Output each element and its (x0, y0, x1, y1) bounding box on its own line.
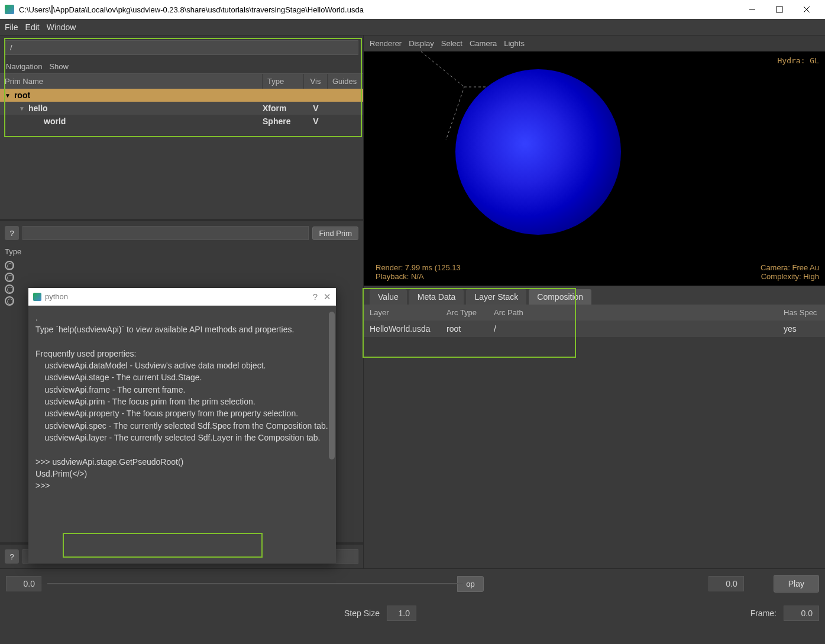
minimize-button[interactable] (739, 0, 766, 19)
svg-line-8 (399, 51, 464, 87)
play-button[interactable]: Play (774, 575, 819, 593)
python-close-button[interactable]: ✕ (323, 292, 331, 302)
menu-window[interactable]: Window (47, 22, 76, 32)
vp-overlay-renderer: Hydra: GL (778, 56, 819, 65)
property-tabs: Value Meta Data Layer Stack Composition (364, 286, 825, 305)
python-window[interactable]: python ? ✕ . Type `help(usdviewApi)` to … (28, 288, 336, 564)
vp-overlay-stats: Render: 7.99 ms (125.13 Playback: N/A (376, 263, 461, 281)
target-icon[interactable] (5, 284, 14, 294)
python-scrollbar[interactable] (329, 312, 335, 459)
tree-row-hello[interactable]: ▼hello Xform V (0, 102, 363, 115)
tree-row-root[interactable]: ▼root (0, 89, 363, 102)
target-icon[interactable] (5, 296, 14, 306)
viewport-3d[interactable]: Hydra: GL Render: 7.99 ms (125.13 Playba… (364, 51, 825, 286)
help-button-2[interactable]: ? (5, 549, 19, 564)
help-button[interactable]: ? (5, 226, 19, 240)
tab-metadata[interactable]: Meta Data (409, 289, 464, 305)
composition-header: Layer Arc Type Arc Path Has Spec (364, 305, 825, 321)
timeline-bar: 0.0 op 0.0 Play Step Size 1.0 Frame: 0.0 (0, 568, 825, 644)
vp-overlay-camera: Camera: Free Au Complexity: High (761, 263, 819, 281)
frame-label: Frame: (750, 609, 777, 618)
svg-line-5 (399, 87, 464, 140)
python-icon (33, 293, 41, 301)
vp-menu-camera[interactable]: Camera (470, 39, 497, 48)
tree-header: Prim Name Type Vis Guides (0, 73, 363, 89)
menu-file[interactable]: File (5, 22, 18, 32)
menubar: File Edit Window (0, 19, 825, 35)
close-button[interactable] (793, 0, 820, 19)
vp-menu-lights[interactable]: Lights (504, 39, 525, 48)
range-start-input[interactable]: 0.0 (6, 576, 41, 591)
vp-menu-renderer[interactable]: Renderer (370, 39, 402, 48)
range-end-input[interactable]: 0.0 (708, 576, 744, 591)
col-prim-name[interactable]: Prim Name (0, 74, 263, 89)
timeline-slider[interactable] (47, 583, 463, 584)
nav-navigation[interactable]: Navigation (6, 62, 42, 71)
expand-icon[interactable]: ▼ (19, 105, 25, 112)
svg-rect-1 (777, 7, 782, 12)
prim-filter-input[interactable] (22, 226, 309, 240)
target-icon[interactable] (5, 273, 14, 282)
expand-icon[interactable]: ▼ (5, 92, 11, 99)
col-vis[interactable]: Vis (304, 74, 328, 89)
python-titlebar[interactable]: python ? ✕ (28, 288, 336, 306)
type-label: Type (5, 247, 21, 256)
maximize-button[interactable] (766, 0, 793, 19)
find-prim-button[interactable]: Find Prim (312, 226, 358, 240)
python-title-text: python (45, 292, 68, 301)
tab-layerstack[interactable]: Layer Stack (466, 289, 526, 305)
menu-edit[interactable]: Edit (25, 22, 40, 32)
step-size-input[interactable]: 1.0 (387, 606, 416, 621)
col-guides[interactable]: Guides (328, 74, 363, 89)
titlebar: C:\Users\ \AppData\Local\ov\pkg\usdview-… (0, 0, 825, 19)
tab-composition[interactable]: Composition (529, 289, 591, 305)
highlight-pseudoroot (63, 533, 263, 558)
vp-menu-select[interactable]: Select (441, 39, 462, 48)
target-icon[interactable] (5, 261, 14, 270)
nav-show[interactable]: Show (49, 62, 69, 71)
python-help-button[interactable]: ? (313, 292, 318, 302)
sphere-render (455, 69, 621, 235)
tree-body: ▼root ▼hello Xform V world Sphere V (0, 89, 363, 219)
step-size-label: Step Size (344, 609, 380, 618)
python-console[interactable]: . Type `help(usdviewApi)` to view availa… (28, 306, 336, 564)
frame-input[interactable]: 0.0 (784, 606, 819, 621)
vp-menu-display[interactable]: Display (409, 39, 434, 48)
app-icon (5, 5, 14, 14)
composition-row[interactable]: HelloWorld.usda root / yes (364, 321, 825, 337)
window-title: C:\Users\ \AppData\Local\ov\pkg\usdview-… (19, 5, 364, 14)
tab-value[interactable]: Value (370, 289, 407, 305)
prim-path-input[interactable]: / (5, 40, 358, 55)
col-type[interactable]: Type (263, 74, 304, 89)
tree-row-world[interactable]: world Sphere V (0, 115, 363, 128)
right-panel: Renderer Display Select Camera Lights (364, 35, 825, 568)
